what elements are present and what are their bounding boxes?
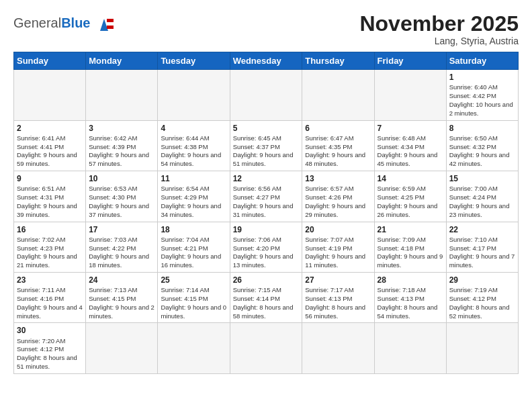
col-saturday: Saturday [446,52,518,70]
day-number: 28 [378,275,443,285]
calendar-week-4: 16Sunrise: 7:02 AM Sunset: 4:23 PM Dayli… [14,222,519,272]
calendar-cell: 30Sunrise: 7:20 AM Sunset: 4:12 PM Dayli… [14,323,86,373]
day-info: Sunrise: 6:40 AM Sunset: 4:42 PM Dayligh… [449,83,515,118]
calendar-cell: 5Sunrise: 6:45 AM Sunset: 4:37 PM Daylig… [230,120,302,171]
logo-blue: Blue [61,15,90,31]
day-info: Sunrise: 7:14 AM Sunset: 4:15 PM Dayligh… [161,286,226,320]
calendar-cell [158,323,230,373]
calendar-cell: 18Sunrise: 7:04 AM Sunset: 4:21 PM Dayli… [158,222,230,272]
day-info: Sunrise: 6:57 AM Sunset: 4:26 PM Dayligh… [305,185,371,219]
calendar-week-1: 1Sunrise: 6:40 AM Sunset: 4:42 PM Daylig… [14,70,519,120]
day-info: Sunrise: 7:09 AM Sunset: 4:18 PM Dayligh… [378,236,443,270]
calendar-cell: 25Sunrise: 7:14 AM Sunset: 4:15 PM Dayli… [158,272,230,322]
day-number: 3 [89,123,154,134]
logo: General Blue [13,12,115,34]
day-number: 14 [378,173,443,184]
day-number: 11 [161,173,226,184]
svg-rect-3 [107,26,114,29]
day-number: 21 [378,224,443,235]
calendar-cell: 7Sunrise: 6:48 AM Sunset: 4:34 PM Daylig… [374,120,446,171]
col-friday: Friday [374,52,446,70]
day-number: 22 [449,224,515,235]
calendar-cell: 2Sunrise: 6:41 AM Sunset: 4:41 PM Daylig… [14,120,86,171]
day-number: 13 [305,173,371,184]
calendar-cell [446,323,518,373]
calendar-cell [302,70,374,120]
calendar-cell [158,70,230,120]
col-tuesday: Tuesday [158,52,230,70]
calendar-cell: 12Sunrise: 6:56 AM Sunset: 4:27 PM Dayli… [230,171,302,222]
svg-rect-2 [107,22,114,26]
calendar-cell: 27Sunrise: 7:17 AM Sunset: 4:13 PM Dayli… [302,272,374,322]
day-number: 27 [305,275,371,285]
day-info: Sunrise: 7:07 AM Sunset: 4:19 PM Dayligh… [305,236,371,270]
calendar-cell: 23Sunrise: 7:11 AM Sunset: 4:16 PM Dayli… [14,272,86,322]
logo-general: General [13,15,61,31]
calendar-cell: 8Sunrise: 6:50 AM Sunset: 4:32 PM Daylig… [446,120,518,171]
title-block: November 2025 Lang, Styria, Austria [359,12,519,46]
day-info: Sunrise: 7:20 AM Sunset: 4:12 PM Dayligh… [17,337,83,371]
calendar-week-2: 2Sunrise: 6:41 AM Sunset: 4:41 PM Daylig… [14,120,519,171]
calendar-table: Sunday Monday Tuesday Wednesday Thursday… [13,52,519,374]
day-info: Sunrise: 7:17 AM Sunset: 4:13 PM Dayligh… [305,286,371,320]
calendar-cell [86,70,158,120]
day-number: 12 [233,173,300,184]
calendar-cell: 21Sunrise: 7:09 AM Sunset: 4:18 PM Dayli… [374,222,446,272]
day-info: Sunrise: 7:11 AM Sunset: 4:16 PM Dayligh… [17,286,83,320]
day-number: 5 [233,123,300,134]
calendar-cell: 9Sunrise: 6:51 AM Sunset: 4:31 PM Daylig… [14,171,86,222]
day-info: Sunrise: 7:19 AM Sunset: 4:12 PM Dayligh… [449,286,515,320]
day-info: Sunrise: 7:13 AM Sunset: 4:15 PM Dayligh… [89,286,154,320]
day-info: Sunrise: 7:18 AM Sunset: 4:13 PM Dayligh… [378,286,443,320]
calendar-cell: 20Sunrise: 7:07 AM Sunset: 4:19 PM Dayli… [302,222,374,272]
day-info: Sunrise: 7:04 AM Sunset: 4:21 PM Dayligh… [161,236,226,270]
calendar-cell: 28Sunrise: 7:18 AM Sunset: 4:13 PM Dayli… [374,272,446,322]
day-info: Sunrise: 6:47 AM Sunset: 4:35 PM Dayligh… [305,134,371,169]
day-info: Sunrise: 6:51 AM Sunset: 4:31 PM Dayligh… [17,185,83,219]
calendar-cell [86,323,158,373]
day-info: Sunrise: 6:44 AM Sunset: 4:38 PM Dayligh… [161,134,226,169]
calendar-cell: 16Sunrise: 7:02 AM Sunset: 4:23 PM Dayli… [14,222,86,272]
calendar-cell [374,323,446,373]
day-number: 6 [305,123,371,134]
day-number: 24 [89,275,154,285]
day-number: 9 [17,173,83,184]
day-number: 7 [378,123,443,134]
calendar-cell [230,70,302,120]
svg-rect-1 [107,19,114,22]
calendar-cell: 11Sunrise: 6:54 AM Sunset: 4:29 PM Dayli… [158,171,230,222]
calendar-cell [14,70,86,120]
day-info: Sunrise: 6:50 AM Sunset: 4:32 PM Dayligh… [449,134,515,169]
day-number: 17 [89,224,154,235]
month-title: November 2025 [359,12,519,36]
day-number: 16 [17,224,83,235]
day-number: 20 [305,224,371,235]
calendar-cell: 29Sunrise: 7:19 AM Sunset: 4:12 PM Dayli… [446,272,518,322]
day-info: Sunrise: 6:59 AM Sunset: 4:25 PM Dayligh… [378,185,443,219]
calendar-cell: 10Sunrise: 6:53 AM Sunset: 4:30 PM Dayli… [86,171,158,222]
col-thursday: Thursday [302,52,374,70]
col-wednesday: Wednesday [230,52,302,70]
logo-icon [93,12,115,34]
calendar-cell: 3Sunrise: 6:42 AM Sunset: 4:39 PM Daylig… [86,120,158,171]
day-info: Sunrise: 7:15 AM Sunset: 4:14 PM Dayligh… [233,286,300,320]
calendar-cell: 13Sunrise: 6:57 AM Sunset: 4:26 PM Dayli… [302,171,374,222]
calendar-cell: 19Sunrise: 7:06 AM Sunset: 4:20 PM Dayli… [230,222,302,272]
day-number: 23 [17,275,83,285]
calendar-cell: 22Sunrise: 7:10 AM Sunset: 4:17 PM Dayli… [446,222,518,272]
day-info: Sunrise: 6:45 AM Sunset: 4:37 PM Dayligh… [233,134,300,169]
day-number: 8 [449,123,515,134]
day-info: Sunrise: 7:10 AM Sunset: 4:17 PM Dayligh… [449,236,515,270]
day-info: Sunrise: 6:48 AM Sunset: 4:34 PM Dayligh… [378,134,443,169]
day-number: 19 [233,224,300,235]
day-info: Sunrise: 6:42 AM Sunset: 4:39 PM Dayligh… [89,134,154,169]
day-number: 10 [89,173,154,184]
col-sunday: Sunday [14,52,86,70]
day-info: Sunrise: 6:41 AM Sunset: 4:41 PM Dayligh… [17,134,83,169]
calendar-cell: 15Sunrise: 7:00 AM Sunset: 4:24 PM Dayli… [446,171,518,222]
calendar-cell: 26Sunrise: 7:15 AM Sunset: 4:14 PM Dayli… [230,272,302,322]
calendar-cell [302,323,374,373]
day-info: Sunrise: 6:54 AM Sunset: 4:29 PM Dayligh… [161,185,226,219]
calendar-cell: 4Sunrise: 6:44 AM Sunset: 4:38 PM Daylig… [158,120,230,171]
col-monday: Monday [86,52,158,70]
